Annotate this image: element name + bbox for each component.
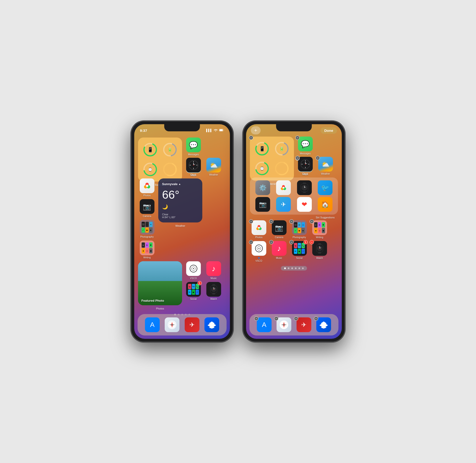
edit2-photography[interactable]: − ⬛ ⊡ ☖ ✓ ◉ ■ Photography (290, 220, 308, 239)
notch-normal (164, 124, 200, 131)
watch-icon[interactable]: Watch (205, 282, 223, 300)
safari-dock[interactable] (163, 317, 181, 332)
siri-home[interactable]: 🏠 (316, 197, 335, 212)
social2-delete[interactable]: − (289, 240, 294, 244)
edit2-photos[interactable]: − Photos (250, 220, 268, 239)
edit-clock-label: Clock (302, 172, 308, 175)
vsco2-delete[interactable]: − (249, 240, 253, 244)
dropbox-dock-delete[interactable]: − (314, 316, 318, 321)
siri-telegram[interactable]: ✈ (274, 197, 293, 212)
photos-icon[interactable]: Photos (138, 178, 156, 197)
svg-point-22 (146, 185, 148, 187)
ep3: ☖ (302, 222, 305, 227)
batteries-widget-body[interactable]: 📱 🔋 (138, 138, 182, 182)
eb-empty (273, 160, 291, 178)
music-icon[interactable]: ♪ Music (205, 261, 223, 280)
ep5: ◉ (298, 228, 301, 233)
fi3: ∞ (149, 222, 153, 227)
es4: ✉ (294, 249, 297, 254)
siri-tweetbot[interactable]: 🐦 (316, 180, 335, 195)
photo-widget-wrap: Featured Photo Photos (138, 261, 182, 310)
edit2-watch-label: Watch (316, 257, 323, 259)
photos2-delete[interactable]: − (249, 219, 253, 224)
edit-dropbox-dock[interactable]: − (315, 317, 333, 332)
edit2-camera-label: Camera (275, 236, 283, 239)
svg-rect-76 (318, 252, 321, 254)
weather-condition: Clear H:84° L:60° (162, 213, 198, 219)
wf2: B (145, 242, 149, 248)
phone-edit: + Done − 📱 (243, 121, 345, 342)
svg-rect-1 (219, 129, 223, 131)
edit-appstore-dock[interactable]: − A (255, 317, 273, 332)
status-time: 9:37 (140, 128, 147, 133)
appstore-dock[interactable]: A (143, 317, 161, 332)
edit-messages[interactable]: − 💬 Messages (296, 137, 314, 155)
home-content-normal: 📱 🔋 (134, 135, 230, 339)
add-button[interactable]: + (251, 126, 260, 134)
photo-widget[interactable]: Featured Photo (138, 261, 182, 305)
spark-dock[interactable]: ✈ (183, 317, 201, 332)
edit2-vsco[interactable]: − VSCO (250, 241, 268, 262)
dropbox-dock-img (205, 317, 219, 332)
sf6: f (196, 290, 199, 295)
siri-telegram-img: ✈ (276, 197, 291, 212)
edit-spark-dock[interactable]: − ✈ (295, 317, 313, 332)
siri-settings[interactable]: ⚙️ (253, 180, 272, 195)
photography2-delete[interactable]: − (289, 219, 294, 224)
weather-icon-top[interactable]: ⛅ Weather (205, 158, 223, 176)
photography-label: Photography (140, 236, 154, 238)
clock-delete[interactable]: − (295, 156, 300, 160)
edit-dot-3 (291, 267, 293, 269)
vsco-icon[interactable]: VSCO (184, 261, 202, 280)
camera-icon[interactable]: 📷 Camera (138, 199, 156, 217)
photography-folder[interactable]: ⬛ ◻ ∞ ✓ ◉ ■ Photography (138, 220, 156, 238)
watch-label: Watch (210, 298, 217, 300)
eb-iphone: 📱 (253, 140, 271, 158)
battery-battery: 🔋 (161, 141, 179, 159)
edit-clock-weather: − Clock (296, 157, 338, 175)
edit2-camera[interactable]: − 📷 Camera (270, 220, 288, 239)
wf6: ▣ (149, 248, 153, 253)
messages-icon[interactable]: 💬 Messages (184, 138, 202, 156)
messages-delete[interactable]: − (295, 136, 300, 140)
music-icon-img: ♪ (206, 261, 221, 276)
dropbox-dock[interactable] (203, 317, 221, 332)
siri-camera[interactable]: 📷 (253, 197, 272, 212)
weather-widget[interactable]: Sunnyvale ▲ 66° 🌙 Clear H:84° L:60° (158, 178, 202, 223)
edit2-watch[interactable]: − Watch (311, 241, 328, 262)
siri-photos[interactable] (274, 180, 293, 195)
ew4: ◈ (314, 228, 317, 233)
siri-health[interactable]: ❤ (295, 197, 314, 212)
edit2-writing[interactable]: − ✦ B ✱ ◈ ◇ ▣ Writing (311, 220, 328, 239)
photos-camera-col: Photos 📷 Camera ⬛ ◻ ∞ ✓ (138, 178, 156, 259)
edit2-music[interactable]: − ♪ Music (270, 241, 288, 262)
watch2-delete[interactable]: − (310, 240, 314, 244)
camera-label: Camera (143, 215, 151, 217)
siri-watchface[interactable] (295, 180, 314, 195)
ep2: ⊡ (298, 222, 301, 227)
camera2-delete[interactable]: − (269, 219, 273, 224)
es6: f (302, 249, 305, 254)
weather-delete[interactable]: − (315, 156, 320, 160)
edit2-social[interactable]: − Ig Tw 📞 ✉ ◉ f 1 Social (290, 241, 308, 262)
batteries-delete[interactable]: − (249, 136, 253, 140)
social-folder[interactable]: Ig Tw 📞 ✉ ◉ f 1 (184, 282, 202, 300)
edit2-social-label: Social (296, 257, 303, 259)
dock-edit: − A − − ✈ − (249, 314, 338, 336)
edit-weather-top[interactable]: − ⛅ Weather (316, 157, 334, 175)
clock-icon[interactable]: Clock (184, 158, 202, 176)
writing-folder[interactable]: ✦ B ✱ ◈ ◇ ▣ Writing (138, 240, 156, 259)
done-button[interactable]: Done (321, 127, 337, 134)
photo-widget-label: Featured Photo (141, 299, 164, 303)
safari-dock-delete[interactable]: − (274, 316, 278, 321)
svg-rect-75 (318, 243, 321, 245)
wifi-icon (214, 129, 217, 132)
edit-batteries[interactable]: 📱 🔋 ⌚ (250, 137, 294, 181)
music2-delete[interactable]: − (269, 240, 273, 244)
writing2-delete[interactable]: − (310, 219, 314, 224)
edit-dot-5 (298, 267, 300, 269)
siri-camera-img: 📷 (255, 197, 270, 212)
siri-home-img: 🏠 (318, 197, 332, 212)
edit-dot-6 (302, 267, 304, 269)
edit-safari-dock[interactable]: − (275, 317, 293, 332)
